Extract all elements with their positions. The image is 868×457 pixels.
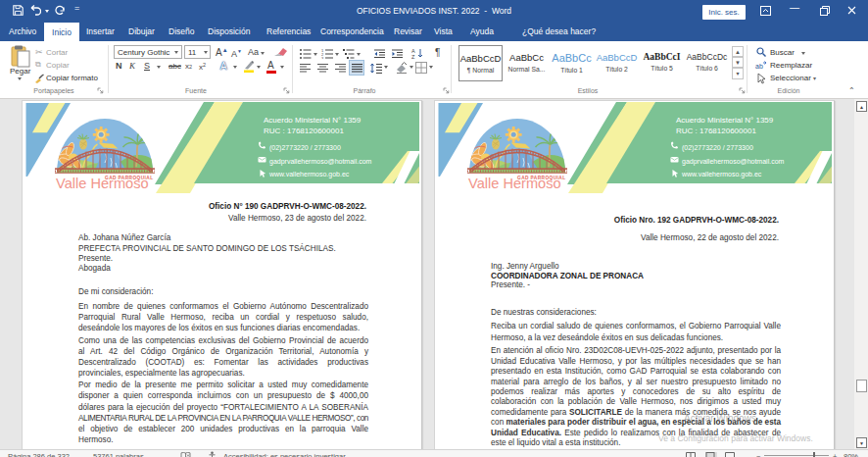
svg-text:3: 3 [321, 56, 324, 60]
svg-text:ab: ab [755, 63, 763, 70]
svg-text:Z: Z [411, 54, 415, 59]
